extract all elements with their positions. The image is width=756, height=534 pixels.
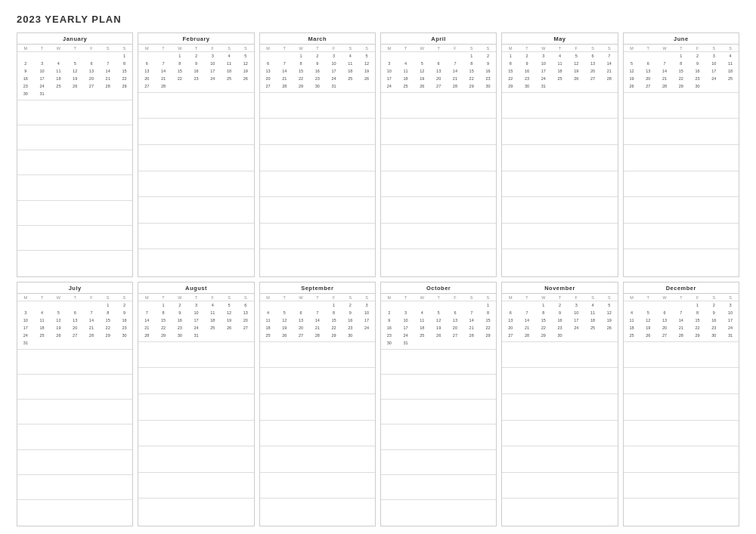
note-line [624,446,739,472]
days-grid: 0012345678910111213141516171819202122232… [138,52,253,91]
day-cell: 30 [552,332,569,340]
note-line [17,174,132,199]
dow-cell: T [34,294,51,301]
day-cell: 16 [116,316,133,324]
day-cell: 9 [552,309,569,316]
day-cell: 25 [624,332,640,340]
day-cell: 9 [342,309,358,316]
day-cell: 18 [260,324,277,332]
day-cell: 11 [342,60,358,67]
notes-area [260,91,375,276]
note-line [502,171,617,197]
day-cell: 16 [705,316,722,324]
dow-cell: T [34,45,51,51]
day-cell: 29 [100,332,116,340]
dow-cell: S [116,294,133,301]
dow-cell: M [17,45,34,51]
note-line [138,196,253,223]
month-header: April [381,33,496,45]
day-cell: 22 [673,75,689,82]
day-cell: 25 [552,75,569,82]
day-cell: 25 [260,332,277,340]
day-cell: 12 [640,316,656,324]
dow-cell: T [188,294,205,301]
dow-cell: S [480,45,497,51]
day-cell: 28 [447,83,463,91]
day-cell: 1 [293,52,309,60]
day-cell: 21 [155,75,172,82]
dow-cell: M [624,45,640,51]
day-cell: 11 [584,309,601,316]
note-line [624,171,739,197]
day-cell: 4 [204,301,221,309]
note-line [502,446,617,472]
day-cell: 16 [689,67,706,75]
day-cell: 27 [656,332,673,340]
day-cell: 2 [552,301,569,309]
day-cell: 18 [342,67,358,75]
dow-cell: S [358,294,375,301]
note-line [17,374,132,399]
notes-area [624,340,739,526]
note-line [381,474,496,499]
note-line [502,420,617,446]
dow-cell: T [188,45,205,51]
day-cell: 31 [17,340,34,347]
note-line [138,420,253,446]
day-cell: 2 [17,60,34,67]
note-line [138,498,253,524]
dow-cell: F [447,45,463,51]
day-cell: 18 [51,75,67,82]
day-cell: 25 [342,75,358,82]
day-cell: 10 [381,67,398,75]
day-cell: 3 [398,309,414,316]
day-cell: 10 [705,60,722,67]
day-cell: 27 [502,332,519,340]
day-cell: 10 [188,309,205,316]
dow-cell: F [689,45,706,51]
note-line [138,472,253,499]
day-cell: 8 [116,60,133,67]
month-box-august: AugustMTWTFSS012345678910111213141516171… [138,282,254,526]
notes-area [17,98,132,276]
day-cell: 15 [502,67,519,75]
day-cell: 19 [67,75,83,82]
dow-cell: W [172,294,188,301]
day-cell: 20 [584,67,601,75]
day-cell: 30 [480,83,497,91]
day-cell: 19 [51,324,67,332]
dow-cell: T [67,294,83,301]
note-line [624,92,739,119]
dow-cell: W [293,294,309,301]
day-cell: 13 [430,67,447,75]
day-cell: 2 [172,301,188,309]
day-cell: 8 [673,60,689,67]
day-cell: 24 [358,324,375,332]
day-cell: 23 [381,332,398,340]
days-grid: 0000123456789101112131415161718192021222… [624,301,739,340]
dow-cell: M [260,45,277,51]
day-cell: 11 [51,67,67,75]
dow-cell: S [221,294,237,301]
page-title: 2023 YEARLY PLAN [17,14,739,25]
days-grid: 0000012345678910111213141516171819202122… [17,301,132,347]
day-cell: 4 [51,60,67,67]
day-cell: 15 [689,316,706,324]
day-cell: 1 [116,52,133,60]
month-header: May [502,33,617,45]
day-cell: 31 [398,340,414,347]
day-cell: 5 [51,309,67,316]
day-cell: 14 [309,316,326,324]
day-cell: 2 [705,301,722,309]
day-cell: 17 [705,67,722,75]
dow-cell: S [584,294,601,301]
dow-cell: W [51,45,67,51]
note-line [138,248,253,275]
day-cell: 8 [293,60,309,67]
day-cell: 16 [17,75,34,82]
day-cell: 26 [51,332,67,340]
day-cell: 3 [34,60,51,67]
day-cell: 19 [640,324,656,332]
day-cell: 19 [624,75,640,82]
day-cell: 25 [204,324,221,332]
